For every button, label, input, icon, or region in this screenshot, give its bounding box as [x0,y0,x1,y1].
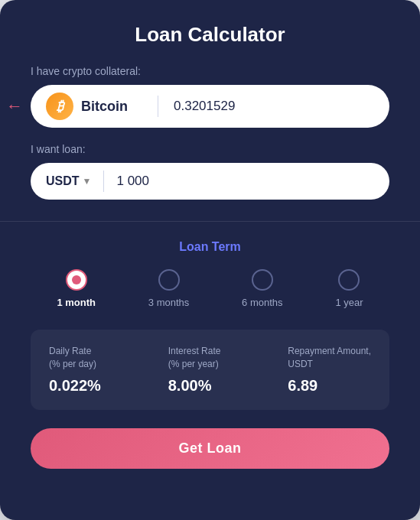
page-title: Loan Calculator [31,23,389,47]
stat-interest-rate: Interest Rate (% per year) 8.00% [168,345,221,395]
stat-repayment-value: 6.89 [288,377,371,395]
loan-row: USDT ▼ 1 000 [31,163,389,200]
stats-section: Daily Rate (% per day) 0.022% Interest R… [31,330,389,410]
stat-interest-rate-label: Interest Rate (% per year) [168,345,221,371]
stat-daily-rate: Daily Rate (% per day) 0.022% [49,345,101,395]
stat-daily-rate-label: Daily Rate (% per day) [49,345,101,371]
arrow-left-icon: ← [6,96,23,116]
bitcoin-icon: ₿ [46,93,73,120]
currency-selector[interactable]: USDT ▼ [46,174,91,188]
stat-daily-rate-value: 0.022% [49,377,101,395]
stat-interest-rate-value: 8.00% [168,377,221,395]
loan-calculator-card: Loan Calculator I have crypto collateral… [0,0,420,520]
loan-divider [103,171,104,192]
term-option-6months[interactable]: 6 months [242,269,282,308]
collateral-label: I have crypto collateral: [31,65,389,77]
chevron-down-icon: ▼ [83,176,92,187]
collateral-currency-name: Bitcoin [81,99,142,115]
radio-inner-1month [72,275,81,284]
radio-3months[interactable] [158,269,180,291]
term-label-6months: 6 months [242,297,282,308]
loan-term-title: Loan Term [31,240,389,254]
term-option-1year[interactable]: 1 year [335,269,363,308]
loan-amount: 1 000 [116,174,149,189]
term-option-3months[interactable]: 3 months [148,269,189,308]
radio-1month[interactable] [66,269,87,291]
term-label-3months: 3 months [148,297,189,308]
term-label-1month: 1 month [57,297,96,308]
collateral-amount: 0.3201529 [174,99,374,114]
collateral-divider [158,96,158,117]
collateral-row: ← ₿ Bitcoin 0.3201529 [31,85,389,128]
term-options: 1 month 3 months 6 months 1 year [31,269,389,308]
loan-label: I want loan: [31,143,389,155]
stat-repayment: Repayment Amount, USDT 6.89 [288,345,371,395]
radio-6months[interactable] [252,269,273,291]
radio-1year[interactable] [338,269,360,291]
section-divider [0,221,420,222]
term-label-1year: 1 year [335,297,363,308]
get-loan-button[interactable]: Get Loan [31,428,389,469]
term-option-1month[interactable]: 1 month [57,269,96,308]
loan-currency: USDT [46,174,80,188]
stat-repayment-label: Repayment Amount, USDT [288,345,371,371]
